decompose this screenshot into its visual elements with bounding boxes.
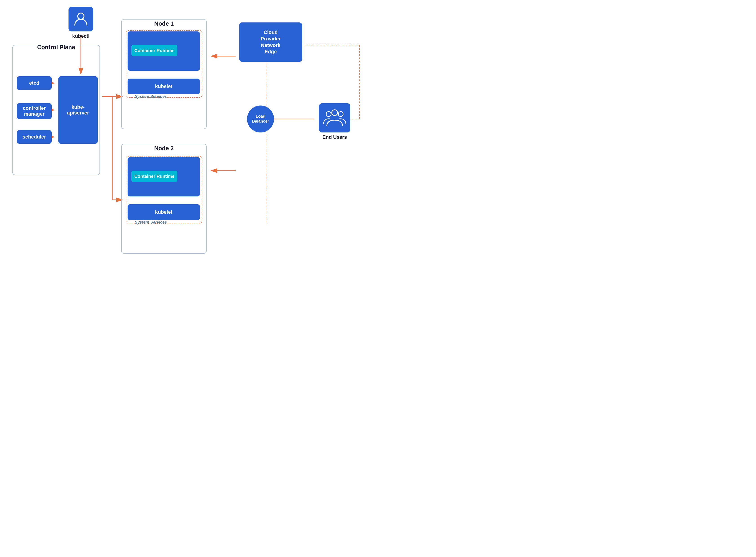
cloud-provider-label: CloudProviderNetworkEdge: [260, 29, 281, 55]
node1-system-services-label: System Services: [135, 94, 167, 99]
cloud-provider-box: CloudProviderNetworkEdge: [239, 23, 302, 62]
etcd-component: etcd: [17, 76, 52, 90]
kube-apiserver-component: kube-apiserver: [58, 76, 98, 144]
controller-manager-label: controllermanager: [23, 105, 46, 117]
node2-system-services-label: System Services: [135, 220, 167, 225]
kube-apiserver-label: kube-apiserver: [67, 104, 89, 116]
scheduler-label: scheduler: [23, 134, 46, 140]
node2-kubelet-label: kubelet: [155, 209, 172, 215]
svg-point-19: [326, 112, 331, 117]
control-plane-label: Control Plane: [12, 44, 100, 51]
node2-label: Node 2: [121, 145, 207, 152]
etcd-label: etcd: [29, 80, 39, 86]
diagram-container: kubectl Control Plane etcd controllerman…: [0, 0, 378, 278]
svg-point-18: [78, 13, 84, 19]
kubectl-label: kubectl: [64, 33, 98, 39]
end-users-component: End Users: [314, 103, 355, 140]
node1-kubelet-label: kubelet: [155, 84, 172, 89]
svg-point-21: [332, 110, 338, 116]
end-users-label: End Users: [314, 134, 355, 140]
kubectl-component: kubectl: [64, 7, 98, 39]
kubectl-icon: [68, 7, 93, 31]
load-balancer: LoadBalancer: [247, 106, 274, 133]
svg-point-20: [338, 112, 343, 117]
node2-kubelet: kubelet: [128, 204, 200, 220]
end-users-icon: [319, 103, 351, 133]
load-balancer-label: LoadBalancer: [252, 114, 269, 124]
scheduler-component: scheduler: [17, 130, 52, 144]
node1-label: Node 1: [121, 20, 207, 27]
node1-kubelet: kubelet: [128, 79, 200, 94]
controller-manager-component: controllermanager: [17, 103, 52, 119]
